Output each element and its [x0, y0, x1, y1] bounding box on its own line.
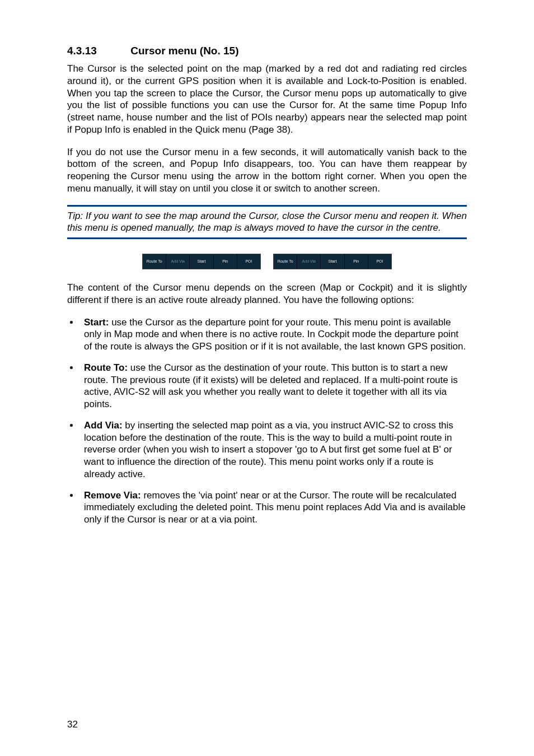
section-number: 4.3.13	[67, 45, 128, 57]
option-lead: Add Via:	[84, 420, 123, 431]
cursor-menu-bar: Route To Add Via Start Pin POI	[274, 254, 391, 269]
list-item: Remove Via: removes the 'via point' near…	[79, 489, 467, 526]
paragraph-3: The content of the Cursor menu depends o…	[67, 282, 467, 306]
cursor-menu-bar: Route To Add Via Start Pin POI	[143, 254, 260, 269]
option-text: use the Cursor as the destination of you…	[84, 362, 458, 409]
section-title: Cursor menu (No. 15)	[130, 45, 238, 57]
page-number: 32	[67, 719, 78, 730]
options-list: Start: use the Cursor as the departure p…	[67, 316, 467, 526]
option-lead: Start:	[84, 317, 109, 328]
option-lead: Remove Via:	[84, 490, 141, 501]
cursor-menu-add-via[interactable]: Add Via	[166, 254, 190, 269]
paragraph-2: If you do not use the Cursor menu in a f…	[67, 146, 467, 195]
cursor-menu-route-to[interactable]: Route To	[274, 254, 297, 269]
cursor-menu-start[interactable]: Start	[190, 254, 213, 269]
tip-text: Tip: If you want to see the map around t…	[67, 210, 467, 235]
cursor-menu-route-to[interactable]: Route To	[143, 254, 166, 269]
option-text: use the Cursor as the departure point fo…	[84, 317, 466, 352]
figure-row: Mode A400 A4 B323 A3211 A3212 Shaftesbur…	[67, 254, 467, 269]
cursor-menu-pin[interactable]: Pin	[345, 254, 368, 269]
cursor-menu-start[interactable]: Start	[321, 254, 344, 269]
list-item: Add Via: by inserting the selected map p…	[79, 419, 467, 480]
cursor-menu-poi[interactable]: POI	[237, 254, 260, 269]
screenshot-right: Mode A40 Shaftesbury Avenue Soho Square …	[273, 254, 392, 269]
section-heading: 4.3.13 Cursor menu (No. 15)	[67, 45, 467, 57]
list-item: Start: use the Cursor as the departure p…	[79, 316, 467, 353]
option-lead: Route To:	[84, 362, 128, 373]
option-text: by inserting the selected map point as a…	[84, 420, 453, 479]
cursor-menu-pin[interactable]: Pin	[214, 254, 237, 269]
cursor-menu-add-via[interactable]: Add Via	[297, 254, 321, 269]
option-text: removes the 'via point' near or at the C…	[84, 490, 466, 525]
screenshot-left: Mode A400 A4 B323 A3211 A3212 Shaftesbur…	[142, 254, 261, 269]
cursor-menu-poi[interactable]: POI	[368, 254, 391, 269]
paragraph-1: The Cursor is the selected point on the …	[67, 63, 467, 136]
list-item: Route To: use the Cursor as the destinat…	[79, 362, 467, 410]
tip-box: Tip: If you want to see the map around t…	[67, 205, 467, 240]
